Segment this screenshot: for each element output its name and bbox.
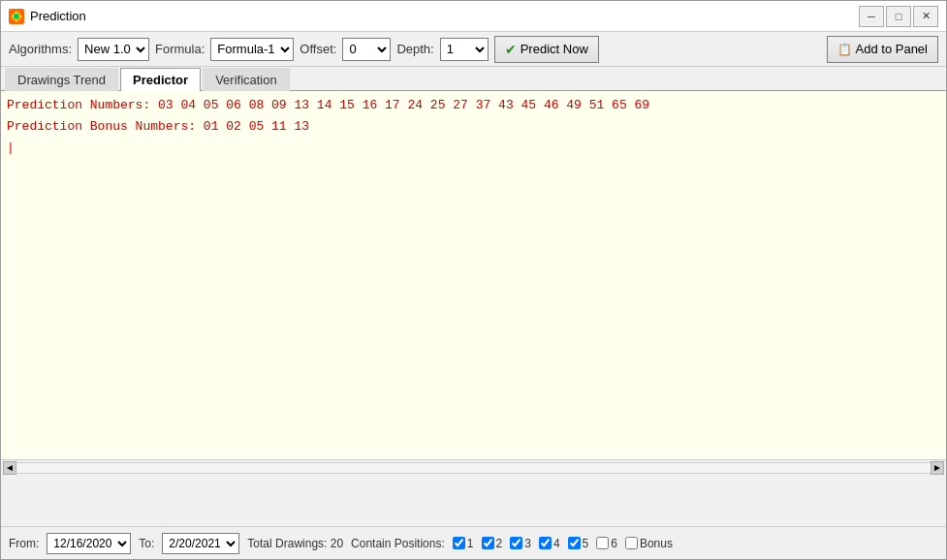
position-6-label[interactable]: 6	[596, 537, 617, 550]
bonus-text: Bonus	[640, 537, 673, 550]
position-5-label[interactable]: 5	[568, 537, 589, 550]
panel-icon: 📋	[837, 43, 852, 56]
total-drawings: Total Drawings: 20	[247, 537, 343, 550]
scroll-right-button[interactable]: ►	[931, 461, 944, 475]
add-to-panel-label: Add to Panel	[856, 42, 928, 56]
position-4-label[interactable]: 4	[539, 537, 560, 550]
offset-select[interactable]: 0	[342, 38, 391, 61]
to-date-select[interactable]: 2/20/2021	[162, 533, 239, 554]
prediction-bonus-numbers: Prediction Bonus Numbers: 01 02 05 11 13	[7, 116, 940, 138]
prediction-output: Prediction Numbers: 03 04 05 06 08 09 13…	[7, 95, 940, 159]
status-bar: From: 12/16/2020 To: 2/20/2021 Total Dra…	[1, 526, 946, 559]
position-4-text: 4	[553, 537, 560, 550]
algorithms-select[interactable]: New 1.0	[78, 38, 149, 61]
depth-label: Depth:	[396, 42, 433, 56]
window-title: Prediction	[30, 9, 86, 23]
formula-select[interactable]: Formula-1	[210, 38, 294, 61]
main-window: Prediction ─ □ ✕ Algorithms: New 1.0 For…	[0, 0, 947, 560]
app-icon	[9, 9, 24, 24]
bonus-checkbox[interactable]	[625, 537, 638, 549]
depth-select[interactable]: 1	[440, 38, 489, 61]
title-bar: Prediction ─ □ ✕	[1, 1, 946, 32]
predict-now-label: Predict Now	[521, 42, 588, 56]
predict-now-button[interactable]: ✔ Predict Now	[494, 36, 599, 63]
maximize-button[interactable]: □	[886, 6, 911, 27]
predictor-content[interactable]: Prediction Numbers: 03 04 05 06 08 09 13…	[1, 91, 946, 459]
from-date-select[interactable]: 12/16/2020	[47, 533, 131, 554]
scroll-track	[16, 462, 931, 474]
bonus-label[interactable]: Bonus	[625, 537, 673, 550]
content-wrapper: Prediction Numbers: 03 04 05 06 08 09 13…	[1, 91, 946, 526]
tab-bar: Drawings Trend Predictor Verification	[1, 67, 946, 91]
position-2-text: 2	[496, 537, 503, 550]
position-3-text: 3	[524, 537, 531, 550]
add-to-panel-button[interactable]: 📋 Add to Panel	[827, 36, 938, 63]
minimize-button[interactable]: ─	[859, 6, 884, 27]
from-label: From:	[9, 537, 39, 550]
svg-point-2	[14, 14, 19, 19]
position-1-text: 1	[467, 537, 474, 550]
position-1-checkbox[interactable]	[453, 537, 465, 549]
tab-drawings-trend[interactable]: Drawings Trend	[5, 68, 118, 91]
check-icon: ✔	[505, 42, 517, 57]
close-button[interactable]: ✕	[913, 6, 938, 27]
to-label: To:	[139, 537, 154, 550]
position-6-text: 6	[611, 537, 617, 550]
cursor-line: |	[7, 138, 940, 159]
tab-verification-label: Verification	[215, 73, 277, 87]
position-3-checkbox[interactable]	[510, 537, 522, 549]
toolbar: Algorithms: New 1.0 Formula: Formula-1 O…	[1, 32, 946, 67]
position-4-checkbox[interactable]	[539, 537, 552, 549]
title-controls: ─ □ ✕	[859, 6, 938, 27]
title-bar-left: Prediction	[9, 9, 86, 24]
position-6-checkbox[interactable]	[596, 537, 609, 549]
offset-label: Offset:	[300, 42, 336, 56]
position-2-checkbox[interactable]	[482, 537, 494, 549]
tab-predictor-label: Predictor	[133, 73, 188, 87]
scroll-left-button[interactable]: ◄	[3, 461, 16, 475]
position-5-checkbox[interactable]	[568, 537, 581, 549]
position-5-text: 5	[583, 537, 589, 550]
tab-verification[interactable]: Verification	[203, 68, 290, 91]
prediction-numbers: Prediction Numbers: 03 04 05 06 08 09 13…	[7, 95, 940, 116]
contain-positions-label: Contain Positions:	[351, 537, 445, 550]
position-1-label[interactable]: 1	[453, 537, 474, 550]
position-2-label[interactable]: 2	[482, 537, 503, 550]
algorithms-label: Algorithms:	[9, 42, 72, 56]
formula-label: Formula:	[155, 42, 205, 56]
horizontal-scrollbar[interactable]: ◄ ►	[1, 459, 946, 475]
tab-predictor[interactable]: Predictor	[120, 68, 201, 91]
position-3-label[interactable]: 3	[510, 537, 531, 550]
tab-drawings-trend-label: Drawings Trend	[17, 73, 106, 87]
